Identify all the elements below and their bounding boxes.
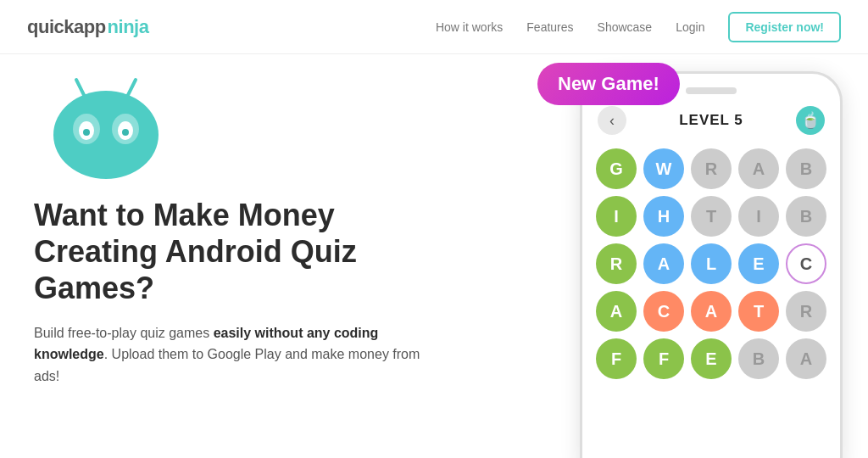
robot-svg	[34, 71, 178, 182]
robot-mascot	[34, 71, 178, 182]
cell-r3-c4[interactable]: R	[786, 291, 826, 332]
nav-how-it-works[interactable]: How it works	[436, 20, 503, 34]
nav-features[interactable]: Features	[526, 20, 573, 34]
svg-line-0	[76, 80, 85, 97]
game-level-label: LEVEL 5	[679, 112, 743, 129]
headline-line1: Want to Make Money	[34, 198, 335, 232]
main-nav: How it works Features Showcase Login Reg…	[436, 12, 841, 42]
cell-r3-c0[interactable]: A	[596, 291, 637, 332]
cell-r0-c4[interactable]: B	[786, 148, 826, 189]
phone-mockup: ‹ LEVEL 5 🍵 GWRABIHTIBRALECACATRFFEBA	[580, 71, 843, 458]
cell-r4-c0[interactable]: F	[596, 338, 637, 379]
svg-point-8	[122, 129, 129, 136]
register-button[interactable]: Register now!	[728, 12, 841, 42]
phone-notch	[686, 87, 737, 94]
cell-r1-c4[interactable]: B	[786, 196, 826, 237]
cell-r0-c2[interactable]: R	[691, 148, 732, 189]
hero-headline: Want to Make Money Creating Android Quiz…	[34, 197, 475, 307]
cell-r1-c0[interactable]: I	[596, 196, 637, 237]
nav-login[interactable]: Login	[676, 20, 704, 34]
cell-r3-c2[interactable]: A	[691, 291, 732, 332]
cell-r2-c1[interactable]: A	[643, 243, 684, 284]
cell-r2-c4[interactable]: C	[786, 243, 826, 284]
cell-r4-c3[interactable]: B	[738, 338, 779, 379]
cell-r2-c0[interactable]: R	[596, 243, 637, 284]
cell-r1-c3[interactable]: I	[738, 196, 779, 237]
nav-showcase[interactable]: Showcase	[598, 20, 653, 34]
cell-r0-c1[interactable]: W	[643, 148, 684, 189]
letter-grid: GWRABIHTIBRALECACATRFFEBA	[593, 148, 830, 379]
cell-r4-c4[interactable]: A	[786, 338, 826, 379]
svg-line-1	[127, 80, 136, 97]
cell-r1-c1[interactable]: H	[643, 196, 684, 237]
right-panel: New Game! ‹ LEVEL 5 🍵 GWRABIHTIBRALECACA…	[512, 54, 834, 458]
logo-ninja: ninja	[108, 18, 149, 36]
headline-line2: Creating Android Quiz Games?	[34, 234, 357, 305]
cell-r2-c3[interactable]: E	[738, 243, 779, 284]
new-game-badge: New Game!	[537, 63, 680, 105]
left-panel: Want to Make Money Creating Android Quiz…	[34, 54, 512, 458]
svg-point-7	[83, 129, 90, 136]
cell-r1-c2[interactable]: T	[691, 196, 732, 237]
svg-point-2	[53, 91, 159, 179]
game-header: ‹ LEVEL 5 🍵	[593, 106, 830, 135]
cell-r3-c3[interactable]: T	[738, 291, 779, 332]
cell-r4-c1[interactable]: F	[643, 338, 684, 379]
cell-r3-c1[interactable]: C	[643, 291, 684, 332]
hero-subtext: Build free-to-play quiz games easily wit…	[34, 322, 441, 388]
cell-r0-c3[interactable]: A	[738, 148, 779, 189]
logo: quickapp ninja	[27, 18, 148, 36]
cell-r4-c2[interactable]: E	[691, 338, 732, 379]
subtext-before: Build free-to-play quiz games	[34, 326, 214, 340]
logo-quickapp: quickapp	[27, 18, 106, 36]
cell-r0-c0[interactable]: G	[596, 148, 637, 189]
main-content: Want to Make Money Creating Android Quiz…	[0, 54, 868, 458]
cell-r2-c2[interactable]: L	[691, 243, 732, 284]
game-back-button[interactable]: ‹	[598, 106, 626, 135]
game-settings-icon[interactable]: 🍵	[796, 106, 825, 135]
